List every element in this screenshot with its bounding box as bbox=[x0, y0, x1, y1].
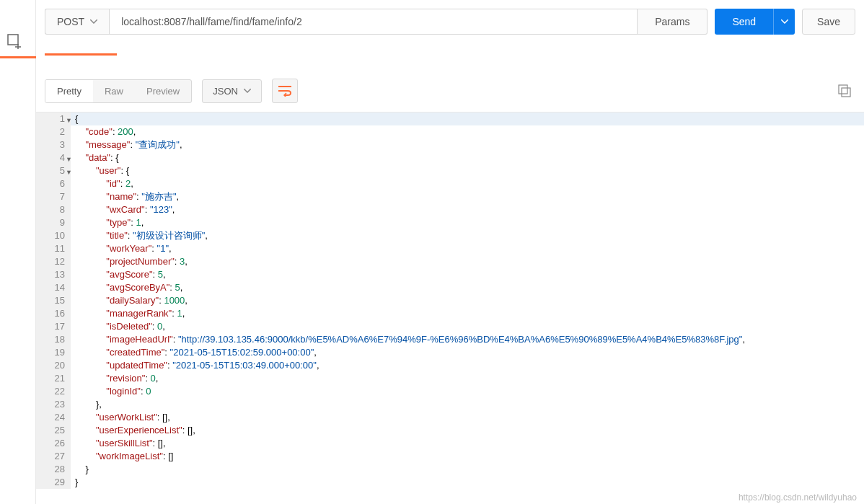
code-line: 20 "updatedTime": "2021-05-15T15:03:49.0… bbox=[36, 359, 864, 372]
code-line: 16 "managerRank": 1, bbox=[36, 307, 864, 320]
code-line: 22 "loginId": 0 bbox=[36, 385, 864, 398]
save-button[interactable]: Save bbox=[802, 9, 855, 35]
url-input[interactable] bbox=[109, 9, 638, 35]
tab-preview[interactable]: Preview bbox=[135, 80, 191, 102]
code-line: 15 "dailySalary": 1000, bbox=[36, 294, 864, 307]
svg-rect-0 bbox=[8, 35, 18, 45]
new-tab-icon[interactable] bbox=[6, 32, 23, 50]
chevron-down-icon bbox=[781, 19, 788, 24]
code-line: 1▼{ bbox=[36, 112, 864, 125]
code-line: 25 "userExperienceList": [], bbox=[36, 424, 864, 437]
send-button[interactable]: Send bbox=[715, 9, 773, 35]
chevron-down-icon bbox=[90, 19, 97, 24]
request-bar: POST Params Send Save bbox=[36, 0, 864, 43]
chevron-down-icon bbox=[244, 89, 251, 93]
tab-pretty[interactable]: Pretty bbox=[45, 80, 93, 102]
wrap-icon bbox=[278, 85, 292, 97]
code-line: 29} bbox=[36, 476, 864, 489]
code-line: 2 "code": 200, bbox=[36, 125, 864, 138]
watermark: https://blog.csdn.net/wildyuhao bbox=[739, 492, 857, 503]
code-line: 21 "revision": 0, bbox=[36, 372, 864, 385]
active-indicator bbox=[0, 56, 36, 58]
code-line: 24 "userWorkList": [], bbox=[36, 411, 864, 424]
copy-button[interactable] bbox=[834, 80, 855, 102]
method-select[interactable]: POST bbox=[45, 9, 109, 35]
code-line: 11 "workYear": "1", bbox=[36, 242, 864, 255]
left-sidebar bbox=[0, 0, 36, 504]
wrap-button[interactable] bbox=[272, 79, 298, 103]
params-button[interactable]: Params bbox=[638, 9, 707, 35]
code-line: 9 "type": 1, bbox=[36, 216, 864, 229]
code-line: 10 "title": "初级设计咨询师", bbox=[36, 229, 864, 242]
code-line: 19 "createdTime": "2021-05-15T15:02:59.0… bbox=[36, 346, 864, 359]
code-line: 8 "wxCard": "123", bbox=[36, 203, 864, 216]
code-line: 28 } bbox=[36, 463, 864, 476]
format-label: JSON bbox=[213, 86, 238, 97]
code-area[interactable]: 1▼{2 "code": 200,3 "message": "查询成功",4▼ … bbox=[36, 112, 864, 489]
code-line: 26 "userSkillList": [], bbox=[36, 437, 864, 450]
code-line: 7 "name": "施亦吉", bbox=[36, 190, 864, 203]
copy-icon bbox=[838, 84, 851, 97]
tab-raw[interactable]: Raw bbox=[93, 80, 135, 102]
code-line: 12 "projectNumber": 3, bbox=[36, 255, 864, 268]
code-line: 6 "id": 2, bbox=[36, 177, 864, 190]
code-line: 14 "avgScoreByA": 5, bbox=[36, 281, 864, 294]
code-line: 18 "imageHeadUrl": "http://39.103.135.46… bbox=[36, 333, 864, 346]
code-line: 17 "isDeleted": 0, bbox=[36, 320, 864, 333]
code-line: 3 "message": "查询成功", bbox=[36, 138, 864, 151]
svg-rect-5 bbox=[842, 88, 850, 97]
svg-rect-4 bbox=[839, 85, 847, 94]
code-line: 5▼ "user": { bbox=[36, 164, 864, 177]
response-controls: Pretty Raw Preview JSON bbox=[36, 70, 864, 112]
code-line: 27 "workImageList": [] bbox=[36, 450, 864, 463]
code-line: 23 }, bbox=[36, 398, 864, 411]
code-line: 4▼ "data": { bbox=[36, 151, 864, 164]
send-dropdown-button[interactable] bbox=[773, 9, 795, 35]
code-line: 13 "avgScore": 5, bbox=[36, 268, 864, 281]
tab-active-indicator bbox=[45, 53, 117, 56]
method-text: POST bbox=[57, 16, 84, 27]
format-select[interactable]: JSON bbox=[202, 79, 262, 103]
